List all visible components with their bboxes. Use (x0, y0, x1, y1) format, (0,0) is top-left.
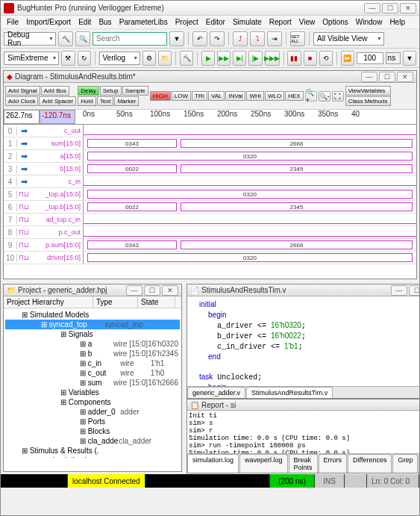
visible-view-dropdown[interactable]: All Visible View (313, 32, 384, 46)
continue-icon[interactable]: ▶▶▶ (265, 51, 280, 66)
waveform-row[interactable]: 5⊓⊔_top.a[15:0]0320 (4, 188, 416, 201)
radix-hex-button[interactable]: HEX (285, 91, 303, 101)
zoom-out-icon[interactable]: 🔍- (319, 91, 330, 102)
language-dropdown[interactable]: Verilog (99, 52, 141, 65)
waveform-row[interactable]: 3➡b[15:0]00222345 (4, 163, 416, 175)
zoom-fit-icon[interactable]: ⛶ (332, 91, 344, 102)
tree-item[interactable]: ⊞ Signals (5, 329, 180, 339)
editor-tab-stimulus[interactable]: StimulusAndResultsTim.v (246, 387, 333, 398)
marker-button[interactable]: Marker (114, 96, 139, 106)
report-tab-waveperl[interactable]: waveperl.log (239, 454, 288, 473)
radix-wlo-button[interactable]: WLO (265, 91, 284, 101)
tree-item[interactable]: ⊞ sumwire [15:0]16'h2666 (5, 378, 180, 388)
waveform-row[interactable]: 9⊓⊔p.sum[15:0]03432666 (4, 239, 416, 252)
menu-file[interactable]: File (4, 16, 22, 28)
menu-view[interactable]: View (296, 16, 319, 28)
search-input[interactable] (93, 32, 167, 46)
restart-icon[interactable]: ⟲ (319, 51, 333, 66)
add-bus-button[interactable]: Add Bus (41, 86, 69, 96)
maximize-button[interactable]: ☐ (382, 3, 398, 13)
radix-inval-button[interactable]: INVal (225, 91, 245, 101)
menu-simulate[interactable]: Simulate (230, 16, 265, 28)
run-icon[interactable]: ▶ (201, 51, 215, 66)
build-play-icon[interactable]: 🔨 (180, 51, 193, 66)
waveform-row[interactable]: 2➡a[15:0]0320 (4, 150, 416, 163)
radix-high-button[interactable]: HIGH (150, 91, 171, 101)
tree-item[interactable]: ⊞ Stimulus & Results (... (5, 446, 180, 456)
waveform-row[interactable]: 4➡c_in (4, 175, 416, 188)
tree-item[interactable]: ⊞ Blocks (5, 426, 180, 436)
simulator-dropdown[interactable]: SimExtreme (4, 52, 59, 65)
tree-item[interactable]: ⊞ c_outwire1'h0 (5, 368, 180, 378)
time-dropdown-icon[interactable]: ▼ (403, 51, 416, 66)
step-over-icon[interactable]: |▶ (248, 51, 262, 66)
menu-report[interactable]: Report (266, 16, 295, 28)
delay-button[interactable]: Delay (78, 86, 98, 96)
search-icon[interactable]: 🔍 (75, 31, 90, 46)
add-spacer-button[interactable]: Add Spacer (39, 96, 76, 106)
waveform-row[interactable]: 0➡c_out (4, 125, 416, 137)
tool-icon-2[interactable]: ↷ (210, 31, 225, 46)
menu-help[interactable]: Help (386, 16, 408, 28)
diagram-min-button[interactable]: — (361, 72, 377, 82)
report-output[interactable]: Init ti sim> s sim> r Simulation time: 0… (187, 411, 420, 453)
radix-val-button[interactable]: VAL (208, 91, 225, 101)
goto-end-icon[interactable]: ⇥ (267, 31, 282, 46)
tree-item[interactable]: ⊞ Components (5, 397, 180, 407)
project-tree[interactable]: ⊞ Simulated Models⊞ syncad_topsyncad_top… (4, 308, 181, 458)
add-signal-button[interactable]: Add Signal (5, 86, 40, 96)
debug-run-dropdown[interactable]: Debug Run (4, 32, 56, 46)
report-tab-differences[interactable]: Differences (348, 454, 392, 473)
tool-icon-1[interactable]: ↶ (192, 31, 207, 46)
tree-item[interactable]: ⊞ c_inwire1'h1 (5, 358, 180, 368)
menu-editor[interactable]: Editor (203, 16, 228, 28)
search-dropdown-icon[interactable]: ▼ (169, 31, 184, 46)
report-tab-grep[interactable]: Grep (392, 454, 418, 473)
waveform-row[interactable]: 10⊓⊔driver[15:0]0320 (4, 252, 416, 264)
waveform-row[interactable]: 6⊓⊔_top.b[15:0]00222345 (4, 201, 416, 214)
waveform-row[interactable]: 7⊓⊔ad_top.c_in (4, 214, 416, 226)
report-tab-errors[interactable]: Errors (319, 454, 348, 473)
report-tab-simlog[interactable]: simulation.log (187, 454, 239, 473)
col-hierarchy[interactable]: Project Hierarchy (4, 296, 93, 308)
tree-item[interactable]: ⊞ Simulated Models (5, 310, 180, 320)
waveform-row[interactable]: 1➡sum[15:0]03432666 (4, 137, 416, 150)
menu-window[interactable]: Window (353, 16, 386, 28)
tree-item[interactable]: ⊞ adder_0adder (5, 407, 180, 417)
sample-button[interactable]: Sample (122, 86, 148, 96)
pause-icon[interactable]: ▮▮ (287, 51, 301, 66)
menu-options[interactable]: Options (319, 16, 351, 28)
lib-icon[interactable]: 📁 (158, 51, 172, 66)
timeline-ruler[interactable]: 262.7ns -120.7ns 0ns 50ns 100ns 150ns 20… (4, 110, 416, 125)
view-variables-button[interactable]: ViewVariables (345, 86, 391, 96)
code-editor[interactable]: initial begin a_driver <= 16'h0320; b_dr… (187, 296, 420, 386)
editor-min-button[interactable]: — (391, 285, 407, 296)
goto-time-icon[interactable]: ⏩ (341, 51, 354, 66)
menu-edit[interactable]: Edit (75, 16, 94, 28)
menu-parameterlibs[interactable]: ParameterLibs (116, 16, 171, 28)
tree-item[interactable]: ⊞ bwire [15:0]16'h2345 (5, 349, 180, 358)
step-icon[interactable]: ▶▶ (217, 51, 231, 66)
tree-item[interactable]: ⊞ syncad_topsyncad_top (5, 320, 180, 329)
radix-tri-button[interactable]: TRI (192, 91, 207, 101)
stop-icon[interactable]: ■ (304, 51, 317, 66)
radix-whi-button[interactable]: WHI (246, 91, 264, 101)
time-unit-dropdown[interactable]: ns (386, 52, 401, 64)
tree-item[interactable]: ⊞ simulation.log (5, 456, 180, 458)
menu-import-export[interactable]: Import/Export (23, 16, 74, 28)
col-type[interactable]: Type (93, 296, 138, 308)
zoom-in-icon[interactable]: 🔍+ (305, 91, 317, 102)
tree-item[interactable]: ⊞ awire [15:0]16'h0320 (5, 339, 180, 349)
signal-down-icon[interactable]: ⤵ (250, 31, 265, 46)
add-clock-button[interactable]: Add Clock (5, 96, 38, 106)
project-max-button[interactable]: ☐ (144, 285, 160, 296)
tree-item[interactable]: ⊞ Variables (5, 388, 180, 397)
editor-max-button[interactable]: ☐ (409, 285, 420, 296)
minimize-button[interactable]: — (364, 3, 380, 13)
step-into-icon[interactable]: ▶| (233, 51, 246, 66)
config-icon[interactable]: ⚒ (61, 51, 75, 66)
compile-icon[interactable]: ⚙ (142, 51, 156, 66)
set-all-button[interactable]: SET ALL (290, 31, 305, 46)
report-tab-breakpoints[interactable]: Break Points (289, 454, 318, 473)
menu-project[interactable]: Project (172, 16, 201, 28)
